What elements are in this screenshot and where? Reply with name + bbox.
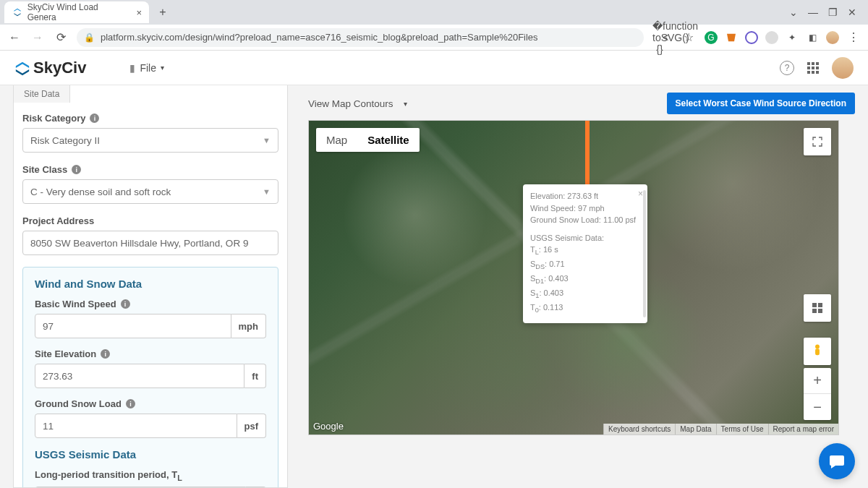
info-icon[interactable]: i bbox=[121, 299, 130, 309]
google-logo: Google bbox=[313, 421, 344, 432]
terms-link[interactable]: Terms of Use bbox=[716, 424, 768, 435]
profile-avatar[interactable] bbox=[826, 31, 839, 44]
site-elevation-label: Site Elevationi bbox=[35, 348, 266, 359]
url-text: platform.skyciv.com/design/wind?preload_… bbox=[101, 32, 538, 43]
pegman-button[interactable] bbox=[804, 338, 831, 365]
browser-tab[interactable]: SkyCiv Wind Load Genera × bbox=[4, 1, 149, 23]
minimize-icon[interactable]: — bbox=[808, 7, 818, 18]
map-tiles-button[interactable] bbox=[804, 294, 831, 322]
map-type-map[interactable]: Map bbox=[316, 128, 357, 152]
basic-wind-speed-input[interactable]: 97 bbox=[35, 314, 231, 338]
basic-wind-speed-label: Basic Wind Speedi bbox=[35, 299, 266, 309]
info-wind: Wind Speed: 97 mph bbox=[530, 202, 640, 215]
address-bar: ← → ⟳ 🔒 platform.skyciv.com/design/wind?… bbox=[0, 25, 868, 51]
unit-label: psf bbox=[237, 414, 267, 438]
marker-connector bbox=[585, 121, 590, 186]
close-icon[interactable]: × bbox=[136, 7, 142, 18]
logo-text: SkyCiv bbox=[33, 59, 86, 77]
info-snow: Ground Snow Load: 11.00 psf bbox=[530, 214, 640, 226]
panel-title: USGS Seismic Data bbox=[35, 448, 266, 461]
info-icon[interactable]: i bbox=[72, 165, 81, 174]
metamask-icon[interactable] bbox=[725, 31, 738, 44]
map-attribution: Keyboard shortcuts Map Data Terms of Use… bbox=[603, 424, 838, 435]
view-map-contours[interactable]: View Map Contours ▾ bbox=[308, 98, 407, 109]
tab-site-data[interactable]: Site Data bbox=[13, 85, 70, 103]
new-tab-button[interactable]: + bbox=[153, 3, 172, 22]
bookmark-icon[interactable]: ☆ bbox=[681, 30, 696, 44]
svg-point-0 bbox=[815, 344, 820, 348]
project-address-label: Project Address bbox=[22, 215, 278, 226]
tl-label: Long-period transition period, TL bbox=[35, 469, 266, 482]
zoom-out-button[interactable]: − bbox=[804, 394, 831, 420]
forward-button[interactable]: → bbox=[30, 31, 45, 44]
keyboard-shortcuts-link[interactable]: Keyboard shortcuts bbox=[603, 424, 675, 435]
reload-button[interactable]: ⟳ bbox=[54, 30, 68, 44]
close-window-icon[interactable]: ✕ bbox=[848, 7, 856, 18]
info-elevation: Elevation: 273.63 ft bbox=[530, 190, 640, 202]
info-tl: TL: 16 s bbox=[530, 244, 640, 258]
skyciv-logo-icon bbox=[14, 61, 29, 75]
sidepanel-icon[interactable]: ◧ bbox=[806, 31, 819, 44]
url-input[interactable]: 🔒 platform.skyciv.com/design/wind?preloa… bbox=[77, 28, 644, 47]
info-icon[interactable]: i bbox=[126, 399, 135, 408]
site-elevation-input[interactable]: 273.63 bbox=[35, 364, 244, 388]
unit-label: ft bbox=[244, 364, 266, 388]
info-icon[interactable]: i bbox=[101, 349, 110, 359]
user-avatar[interactable] bbox=[832, 57, 854, 79]
panel-title: Wind and Snow Data bbox=[35, 278, 266, 290]
scrollbar[interactable] bbox=[643, 190, 646, 317]
ground-snow-load-input[interactable]: 11 bbox=[35, 414, 237, 438]
svg-rect-1 bbox=[815, 348, 820, 355]
close-icon[interactable]: × bbox=[638, 187, 643, 200]
browser-tab-bar: SkyCiv Wind Load Genera × + ⌄ — ❐ ✕ bbox=[0, 0, 868, 25]
left-panel: Site Data Risk Categoryi Risk Category I… bbox=[13, 85, 288, 488]
extension-icon[interactable] bbox=[745, 31, 758, 44]
share-icon[interactable]: < bbox=[658, 32, 673, 43]
restore-icon[interactable]: ❐ bbox=[828, 7, 838, 18]
lock-icon: 🔒 bbox=[84, 33, 95, 43]
chrome-menu-icon[interactable]: ⋮ bbox=[846, 30, 861, 44]
info-sds: SDS: 0.71 bbox=[530, 258, 640, 273]
intercom-chat-button[interactable] bbox=[819, 443, 855, 479]
site-info-popup: × Elevation: 273.63 ft Wind Speed: 97 mp… bbox=[523, 184, 647, 323]
file-icon: ▮ bbox=[129, 62, 135, 74]
extensions-menu-icon[interactable]: ✦ bbox=[786, 31, 799, 44]
wind-snow-panel: Wind and Snow Data Basic Wind Speedi 97 … bbox=[22, 267, 278, 488]
zoom-in-button[interactable]: + bbox=[804, 368, 831, 394]
apps-icon[interactable] bbox=[807, 62, 819, 74]
extension-icon[interactable] bbox=[765, 31, 778, 44]
map-canvas[interactable]: Map Satellite + − × Elevation bbox=[308, 120, 839, 435]
chevron-down-icon: ▼ bbox=[263, 187, 271, 196]
info-icon[interactable]: i bbox=[90, 114, 99, 123]
file-menu[interactable]: ▮ File ▾ bbox=[129, 62, 164, 74]
skyciv-favicon bbox=[12, 7, 23, 18]
chevron-down-icon[interactable]: ⌄ bbox=[789, 7, 798, 18]
info-t0: T0: 0.113 bbox=[530, 301, 640, 316]
map-data-link[interactable]: Map Data bbox=[675, 424, 715, 435]
chevron-down-icon: ▼ bbox=[263, 136, 271, 145]
back-button[interactable]: ← bbox=[7, 31, 22, 44]
chevron-down-icon: ▾ bbox=[161, 64, 164, 72]
map-column: View Map Contours ▾ Select Worst Case Wi… bbox=[288, 85, 855, 488]
info-usgs-title: USGS Seismic Data: bbox=[530, 232, 640, 244]
help-icon[interactable]: ? bbox=[780, 61, 794, 75]
risk-category-select[interactable]: Risk Category II▼ bbox=[22, 128, 278, 153]
select-worst-case-button[interactable]: Select Worst Case Wind Source Direction bbox=[667, 93, 855, 114]
ground-snow-load-label: Ground Snow Loadi bbox=[35, 398, 266, 409]
app-header: SkyCiv ▮ File ▾ ? bbox=[0, 51, 868, 85]
zoom-controls: + − bbox=[804, 368, 831, 420]
tab-title: SkyCiv Wind Load Genera bbox=[27, 2, 128, 22]
report-error-link[interactable]: Report a map error bbox=[768, 424, 838, 435]
map-type-satellite[interactable]: Satellite bbox=[357, 128, 420, 152]
project-address-input[interactable]: 8050 SW Beaverton Hillsdale Hwy, Portlan… bbox=[22, 231, 278, 255]
site-class-label: Site Classi bbox=[22, 164, 278, 175]
grammarly-icon[interactable]: G bbox=[705, 31, 718, 44]
site-class-select[interactable]: C - Very dense soil and soft rock▼ bbox=[22, 179, 278, 204]
info-s1: S1: 0.403 bbox=[530, 287, 640, 301]
map-type-toggle: Map Satellite bbox=[316, 128, 420, 152]
fullscreen-button[interactable] bbox=[804, 128, 831, 155]
skyciv-logo[interactable]: SkyCiv bbox=[14, 59, 86, 77]
risk-category-label: Risk Categoryi bbox=[22, 113, 278, 124]
info-sd1: SD1: 0.403 bbox=[530, 273, 640, 287]
unit-label: mph bbox=[231, 314, 266, 338]
